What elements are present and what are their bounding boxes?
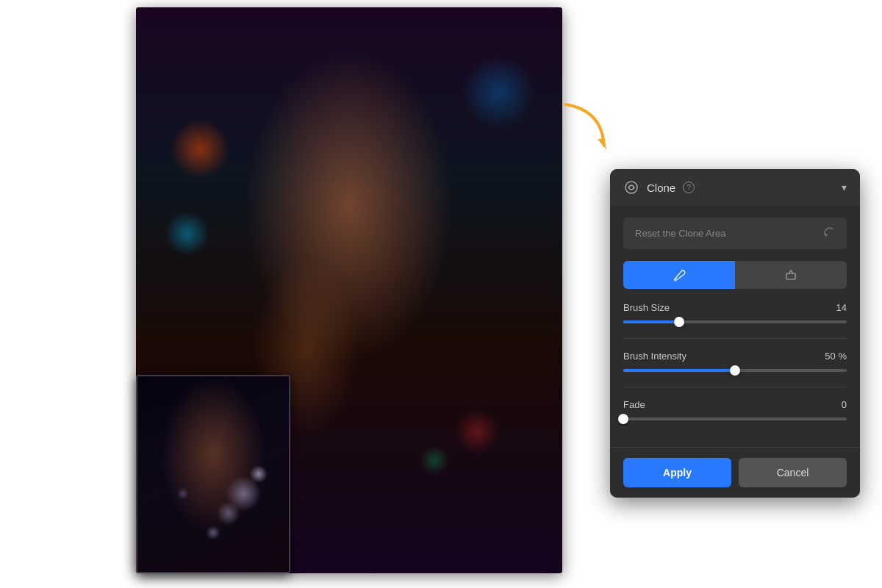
brush-size-thumb[interactable] bbox=[674, 317, 684, 327]
panel-header: Clone ? ▾ bbox=[610, 169, 860, 206]
brush-size-label-row: Brush Size 14 bbox=[623, 302, 847, 313]
fade-thumb[interactable] bbox=[618, 414, 628, 424]
fade-track[interactable] bbox=[623, 417, 847, 420]
fade-value: 0 bbox=[842, 399, 847, 410]
brush-intensity-fill bbox=[623, 369, 735, 372]
help-icon[interactable]: ? bbox=[683, 182, 695, 193]
thumbnail-photo-inner bbox=[137, 376, 289, 572]
panel-header-left: Clone ? bbox=[623, 179, 695, 196]
panel-footer: Apply Cancel bbox=[610, 447, 860, 498]
apply-button[interactable]: Apply bbox=[623, 458, 731, 487]
brush-intensity-track[interactable] bbox=[623, 369, 847, 372]
svg-point-1 bbox=[625, 182, 637, 193]
reset-icon bbox=[823, 226, 835, 240]
divider-2 bbox=[623, 387, 847, 387]
reset-clone-area-button[interactable]: Reset the Clone Area bbox=[623, 218, 847, 249]
divider-1 bbox=[623, 338, 847, 339]
brush-paint-button[interactable] bbox=[623, 261, 735, 289]
brush-intensity-value: 50 % bbox=[825, 351, 847, 362]
brush-erase-button[interactable] bbox=[735, 261, 847, 289]
brush-size-track[interactable] bbox=[623, 320, 847, 323]
brush-intensity-label-row: Brush Intensity 50 % bbox=[623, 351, 847, 362]
thumbnail-photo bbox=[136, 375, 290, 573]
brush-intensity-thumb[interactable] bbox=[730, 365, 740, 376]
brush-size-fill bbox=[623, 320, 679, 323]
panel-title: Clone bbox=[647, 182, 675, 194]
brush-intensity-label: Brush Intensity bbox=[623, 351, 686, 362]
svg-marker-0 bbox=[596, 136, 609, 149]
panel-body: Reset the Clone Area bbox=[610, 206, 860, 447]
fade-section: Fade 0 bbox=[623, 399, 847, 420]
fade-label: Fade bbox=[623, 399, 645, 410]
svg-rect-3 bbox=[786, 273, 795, 279]
clone-icon bbox=[623, 179, 639, 196]
reset-label: Reset the Clone Area bbox=[635, 228, 726, 239]
brush-size-section: Brush Size 14 bbox=[623, 302, 847, 323]
brush-mode-toggle bbox=[623, 261, 847, 289]
fade-label-row: Fade 0 bbox=[623, 399, 847, 410]
clone-panel: Clone ? ▾ Reset the Clone Area bbox=[610, 169, 860, 498]
chevron-down-icon[interactable]: ▾ bbox=[842, 182, 847, 193]
brush-size-label: Brush Size bbox=[623, 302, 670, 313]
brush-size-value: 14 bbox=[836, 302, 847, 313]
cancel-button[interactable]: Cancel bbox=[739, 458, 847, 487]
brush-intensity-section: Brush Intensity 50 % bbox=[623, 351, 847, 372]
